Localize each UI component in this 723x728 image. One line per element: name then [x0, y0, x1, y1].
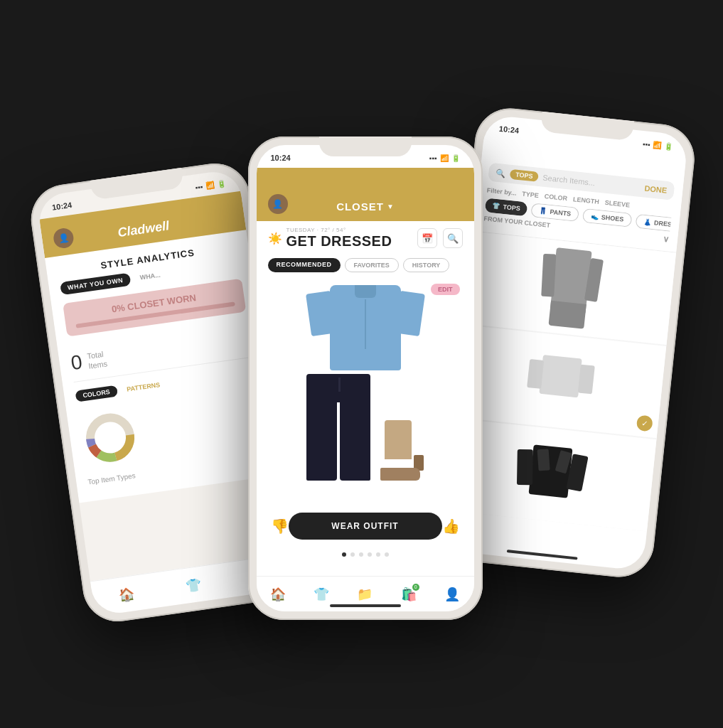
dot-3 [359, 552, 363, 557]
pants-label: PANTS [549, 208, 571, 218]
signal-right: ▪▪▪ [642, 140, 650, 149]
filter-color[interactable]: COLOR [544, 193, 567, 202]
like-icon[interactable]: 👍 [442, 518, 460, 535]
pants-boot-row [306, 374, 424, 481]
home-nav-icon[interactable]: 🏠 [117, 586, 135, 604]
dot-5 [376, 552, 380, 557]
tab-what-inactive[interactable]: WHA... [132, 267, 168, 285]
avatar-center[interactable]: 👤 [268, 194, 288, 214]
filter-type[interactable]: TYPE [521, 191, 538, 199]
time-right: 10:24 [498, 124, 519, 135]
search-icon: 🔍 [495, 168, 505, 178]
tab-recommended[interactable]: RECOMMENDED [268, 258, 341, 272]
pants-display [306, 374, 370, 481]
tops-label: TOPS [502, 203, 520, 212]
weather-bar: ☀️ TUESDAY · 72° / 54° GET DRESSED 📅 🔍 [257, 221, 474, 252]
dot-6 [385, 552, 389, 557]
boot-shaft [385, 420, 412, 459]
tops-tag: TOPS [509, 169, 539, 182]
leather-jacket-art [519, 444, 582, 506]
sun-icon: ☀️ [268, 232, 282, 245]
collapse-arrow[interactable]: ∨ [662, 234, 669, 245]
dot-4 [368, 552, 372, 557]
weather-text: TUESDAY · 72° / 54° [286, 227, 392, 233]
home-indicator-right [506, 550, 577, 560]
shirt-body [330, 285, 401, 370]
pants-legs [306, 402, 370, 481]
notch-center [319, 136, 412, 156]
zipper [338, 378, 341, 392]
dresses-icon: 👗 [643, 218, 651, 226]
person-nav-center[interactable]: 👤 [444, 587, 460, 602]
avatar-left[interactable]: 👤 [52, 227, 75, 250]
analytics-section: STYLE ANALYTICS WHAT YOU OWN WHA... 0% C… [45, 230, 281, 503]
donut-chart [77, 405, 141, 469]
boot-display [377, 420, 424, 481]
total-count: 0 [69, 350, 83, 375]
battery-right: 🔋 [664, 142, 673, 151]
check-badge: ✓ [636, 414, 653, 432]
wear-outfit-button[interactable]: WEAR OUTFIT [289, 513, 442, 540]
shoes-label: SHOES [601, 213, 623, 223]
battery-center: 🔋 [451, 154, 460, 162]
folder-nav-center[interactable]: 📁 [357, 587, 373, 602]
get-dressed-title: GET DRESSED [286, 233, 392, 250]
shirt-buttons [365, 299, 366, 349]
boot-sole [380, 468, 420, 481]
outfit-display: EDIT [257, 278, 474, 505]
tab-colors[interactable]: COLORS [75, 385, 117, 402]
closet-title-row: CLOSET ▼ [336, 200, 394, 213]
outfit-actions-row: 👎 WEAR OUTFIT 👍 [257, 505, 474, 547]
battery-icon-left: 🔋 [216, 179, 225, 188]
search-placeholder: Search Items... [542, 173, 640, 192]
tab-what-you-own[interactable]: WHAT YOU OWN [60, 273, 131, 296]
home-nav-center[interactable]: 🏠 [270, 587, 286, 602]
wifi-center: 📶 [440, 154, 449, 162]
pants-icon: 👖 [539, 207, 547, 215]
pants-waist [306, 374, 370, 402]
wifi-icon-left: 📶 [205, 181, 214, 190]
dot-1 [342, 552, 346, 557]
closet-title: CLOSET [336, 200, 384, 213]
signal-icon-left: ▪▪▪ [194, 183, 203, 191]
closet-header: 👤 CLOSET ▼ [257, 168, 474, 221]
filter-label: Filter by... [486, 186, 517, 196]
phones-container: 10:24 ▪▪▪ 📶 🔋 👤 Cladwell STYLE ANALYTICS… [42, 44, 682, 684]
wifi-right: 📶 [653, 141, 662, 149]
leg-right [340, 402, 370, 481]
edit-badge[interactable]: EDIT [431, 284, 460, 295]
dot-2 [350, 552, 355, 557]
collar [355, 285, 376, 298]
closet-chevron[interactable]: ▼ [387, 203, 394, 210]
filter-sleeve[interactable]: SLEEVE [604, 199, 630, 209]
tab-history[interactable]: HISTORY [403, 258, 450, 272]
tab-favorites[interactable]: FAVORITES [345, 258, 399, 272]
shirt-nav-center[interactable]: 👕 [314, 587, 329, 602]
weather-actions: 📅 🔍 [417, 228, 463, 248]
bag-nav-center[interactable]: 🛍️0 [401, 587, 417, 602]
cardigan-art [541, 247, 599, 330]
dresses-label: DRESSES [653, 219, 671, 229]
leg-left [306, 402, 337, 481]
app-title-left: Cladwell [117, 218, 170, 240]
pagination-dots [257, 547, 474, 562]
shirt-nav-icon[interactable]: 👕 [184, 576, 202, 594]
calendar-icon[interactable]: 📅 [417, 228, 437, 248]
outfit-tabs: RECOMMENDED FAVORITES HISTORY [257, 252, 474, 278]
signal-center: ▪▪▪ [429, 154, 437, 162]
dislike-icon[interactable]: 👎 [271, 518, 289, 535]
time-center: 10:24 [271, 154, 291, 162]
home-indicator-center [330, 604, 401, 607]
time-left: 10:24 [51, 200, 73, 212]
shoes-icon: 👟 [590, 213, 599, 220]
done-button[interactable]: DONE [643, 184, 667, 195]
search-action-icon[interactable]: 🔍 [443, 228, 463, 248]
shirt-display [309, 285, 422, 378]
tab-patterns[interactable]: PATTERNS [119, 378, 168, 396]
total-label: TotalItems [86, 348, 108, 371]
sweater-art [529, 354, 591, 410]
filter-length[interactable]: LENGTH [572, 196, 599, 205]
phone-get-dressed: 10:24 ▪▪▪ 📶 🔋 👤 CLOSET ▼ ☀️ [248, 136, 483, 620]
tops-icon: 👕 [492, 202, 500, 210]
